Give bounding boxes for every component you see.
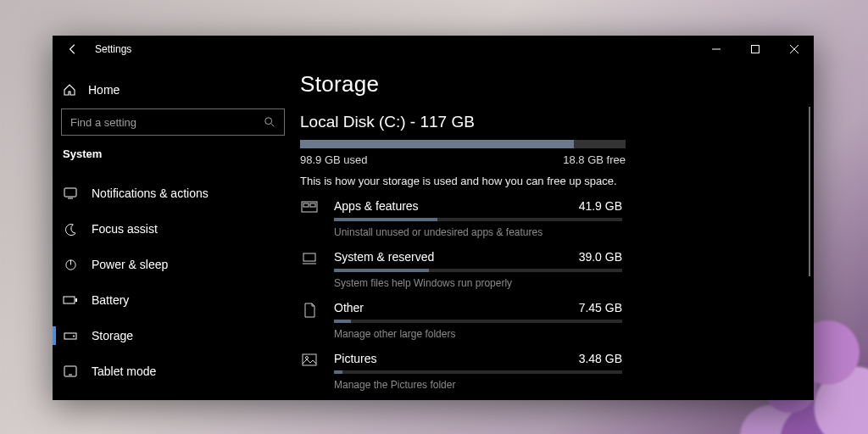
category-size: 7.45 GB <box>579 301 622 314</box>
nav-item-label: Focus assist <box>92 222 158 236</box>
category-hint: System files help Windows run properly <box>334 277 622 289</box>
nav-home-label: Home <box>88 83 120 97</box>
category-hint: Manage the Pictures folder <box>334 379 622 391</box>
svg-rect-2 <box>64 188 76 197</box>
arrow-left-icon <box>67 43 79 55</box>
tablet-icon <box>63 365 78 377</box>
search-input[interactable]: Find a setting <box>61 108 285 136</box>
disk-usage-fill <box>300 140 574 148</box>
maximize-icon <box>751 45 760 53</box>
nav-item-label: Battery <box>92 293 129 307</box>
sidebar: Home Find a setting System Notifications… <box>53 63 293 400</box>
category-name: System & reserved <box>334 250 434 264</box>
category-name: Apps & features <box>334 199 419 213</box>
svg-rect-10 <box>303 203 309 207</box>
category-name: Other <box>334 301 364 314</box>
storage-category-other[interactable]: Other7.45 GBManage other large folders <box>300 301 790 340</box>
notifications-icon <box>63 187 78 199</box>
disk-free: 18.8 GB free <box>563 153 626 166</box>
svg-point-1 <box>265 118 272 125</box>
storage-description: This is how your storage is used and how… <box>300 175 790 187</box>
category-hint: Uninstall unused or undesired apps & fea… <box>334 226 622 238</box>
category-bar <box>334 269 622 272</box>
disk-title: Local Disk (C:) - 117 GB <box>300 113 790 131</box>
close-icon <box>790 45 798 53</box>
home-icon <box>63 83 76 97</box>
nav-focus-assist[interactable]: Focus assist <box>59 211 287 247</box>
sidebar-section-label: System <box>59 147 287 175</box>
nav-battery[interactable]: Battery <box>59 282 287 318</box>
nav-home[interactable]: Home <box>59 78 287 108</box>
svg-point-7 <box>73 336 75 337</box>
category-icon <box>300 301 319 340</box>
category-icon <box>300 199 319 238</box>
svg-rect-0 <box>752 46 760 53</box>
storage-category-system-reserved[interactable]: System & reserved39.0 GBSystem files hel… <box>300 250 790 289</box>
category-size: 41.9 GB <box>579 199 622 213</box>
disk-used: 98.9 GB used <box>300 153 368 166</box>
window-title: Settings <box>95 43 131 55</box>
window-controls <box>697 36 814 63</box>
svg-point-14 <box>306 357 309 359</box>
category-bar <box>334 218 622 221</box>
nav-notifications[interactable]: Notifications & actions <box>59 175 287 211</box>
category-icon <box>300 352 319 391</box>
category-name: Pictures <box>334 352 377 365</box>
disk-stats: 98.9 GB used 18.8 GB free <box>300 153 626 166</box>
close-button[interactable] <box>775 36 814 63</box>
nav-power-sleep[interactable]: Power & sleep <box>59 247 287 282</box>
minimize-button[interactable] <box>697 36 736 63</box>
svg-rect-4 <box>64 297 75 303</box>
storage-category-apps-features[interactable]: Apps & features41.9 GBUninstall unused o… <box>300 199 790 238</box>
category-bar <box>334 320 622 323</box>
back-button[interactable] <box>66 43 80 55</box>
sidebar-nav: Notifications & actions Focus assist Pow… <box>59 175 287 389</box>
nav-item-label: Notifications & actions <box>92 186 209 200</box>
page-title: Storage <box>300 71 790 97</box>
nav-tablet-mode[interactable]: Tablet mode <box>59 353 287 389</box>
drive-icon <box>63 331 78 341</box>
category-icon <box>300 250 319 289</box>
maximize-button[interactable] <box>736 36 775 63</box>
main-content: Storage Local Disk (C:) - 117 GB 98.9 GB… <box>293 63 814 400</box>
moon-icon <box>63 223 78 236</box>
svg-rect-12 <box>303 253 315 261</box>
disk-usage-bar <box>300 140 626 148</box>
category-size: 3.48 GB <box>579 352 622 365</box>
battery-icon <box>63 295 78 305</box>
svg-rect-13 <box>303 354 316 365</box>
nav-item-label: Storage <box>92 329 133 342</box>
nav-item-label: Power & sleep <box>92 258 168 271</box>
nav-item-label: Tablet mode <box>92 364 156 378</box>
category-size: 39.0 GB <box>579 250 622 264</box>
search-icon <box>264 116 275 128</box>
nav-storage[interactable]: Storage <box>59 318 287 353</box>
storage-category-pictures[interactable]: Pictures3.48 GBManage the Pictures folde… <box>300 352 790 391</box>
minimize-icon <box>712 45 721 53</box>
category-hint: Manage other large folders <box>334 328 622 340</box>
svg-rect-11 <box>310 203 315 207</box>
svg-rect-5 <box>75 298 77 302</box>
power-icon <box>63 259 78 271</box>
titlebar: Settings <box>53 36 814 63</box>
search-placeholder: Find a setting <box>70 116 264 129</box>
scrollbar[interactable] <box>809 107 810 276</box>
settings-window: Settings Home Find a setting <box>53 36 814 400</box>
category-bar <box>334 370 622 374</box>
